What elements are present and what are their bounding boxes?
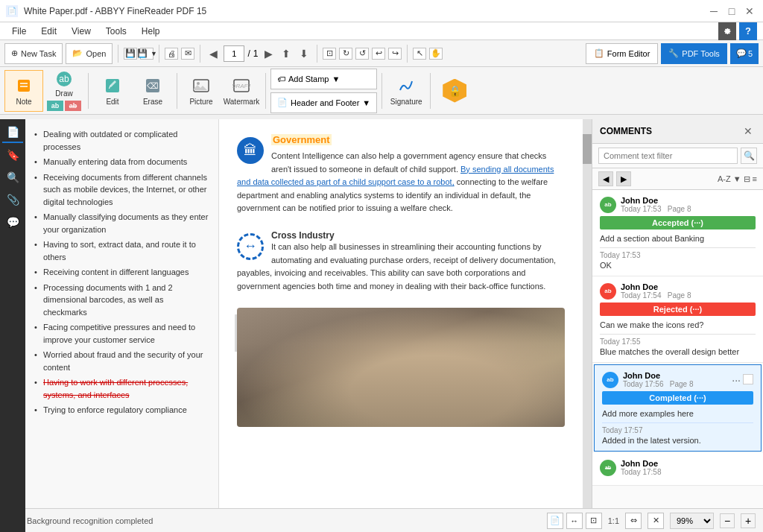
- page-number-input[interactable]: [224, 45, 244, 62]
- new-task-icon: ⊕: [11, 48, 18, 58]
- header-footer-dropdown-icon: ▼: [362, 98, 370, 107]
- add-stamp-button[interactable]: 🏷 Add Stamp ▼: [270, 69, 377, 89]
- picture-label: Picture: [189, 98, 212, 106]
- erase-icon: ⌫: [142, 75, 163, 96]
- comment-avatar: ab: [600, 197, 616, 213]
- sync-scroll-button[interactable]: ⇔: [625, 513, 642, 529]
- first-page-button[interactable]: ⬆: [279, 46, 294, 61]
- save-button[interactable]: 💾: [124, 48, 137, 60]
- next-page-button[interactable]: ▶: [261, 46, 276, 61]
- notifications-button[interactable]: 💬 5: [730, 43, 759, 64]
- help-button[interactable]: ?: [739, 22, 757, 40]
- comment-checkbox[interactable]: [743, 374, 753, 384]
- toolbar1: ⊕ New Task 📂 Open 💾 💾▼ 🖨 ✉ ◀ / 1 ▶ ⬆ ⬇ ⊡…: [0, 40, 763, 67]
- comment-avatar2: ab: [600, 283, 616, 300]
- zoom-out-button[interactable]: −: [720, 513, 735, 528]
- comments-close-button[interactable]: ✕: [741, 124, 756, 139]
- tool-signature[interactable]: Signature: [387, 70, 425, 112]
- menu-file[interactable]: File: [6, 25, 32, 38]
- comments-panel: COMMENTS ✕ 🔍 ◀ ▶ A-Z ▼ ⊟ ≡ ab John: [592, 119, 763, 508]
- page-navigation: ◀ / 1 ▶ ⬆ ⬇: [206, 45, 311, 62]
- tool-draw[interactable]: ab Draw ab ab: [45, 70, 83, 112]
- toolbar2: Note ab Draw ab ab Edit ⌫ Erase Pi: [0, 67, 763, 115]
- comments-prev-button[interactable]: ◀: [598, 171, 613, 186]
- save-as-button[interactable]: 💾▼: [140, 48, 153, 60]
- reply-meta: Today 17:53: [600, 251, 756, 259]
- tool-erase[interactable]: ⌫ Erase: [133, 70, 172, 112]
- picture-icon: [191, 75, 212, 96]
- menu-edit[interactable]: Edit: [35, 25, 63, 38]
- comments-filter-bar: 🔍: [592, 144, 763, 168]
- completed-badge: Completed (···): [602, 391, 753, 405]
- sort-dropdown-button[interactable]: ▼: [733, 174, 741, 183]
- tool-edit[interactable]: Edit: [93, 70, 132, 112]
- comments-nav: ◀ ▶ A-Z ▼ ⊟ ≡: [592, 168, 763, 190]
- menu-help[interactable]: Help: [136, 25, 166, 38]
- comment-meta: Today 17:53 Page 8: [621, 205, 691, 213]
- comment-meta4: Today 17:58: [621, 468, 662, 476]
- sidebar-list: Dealing with outdated or complicated pro…: [34, 127, 209, 418]
- tool-protect[interactable]: 🔒: [435, 70, 474, 112]
- email-button[interactable]: ✉: [181, 48, 194, 60]
- sidebar-item-bookmarks[interactable]: 🔖: [2, 145, 23, 165]
- maximize-button[interactable]: □: [724, 4, 739, 19]
- status-right: 📄 ↔ ⊡ 1:1 ⇔ ✕ 99% 100% 75% 50% − +: [547, 513, 756, 529]
- list-item: Having to sort, extract data, and route …: [34, 237, 209, 265]
- settings-button[interactable]: [718, 22, 736, 40]
- fit-width-button[interactable]: ↔: [566, 513, 583, 529]
- comments-search-button[interactable]: 🔍: [741, 148, 757, 164]
- rotate-cw-button[interactable]: ↻: [339, 48, 352, 60]
- redo-button[interactable]: ↪: [388, 48, 402, 60]
- form-editor-button[interactable]: 📋 Form Editor: [586, 43, 658, 64]
- last-page-button[interactable]: ⬇: [297, 46, 311, 61]
- edit-icon: [102, 75, 123, 96]
- tool-picture[interactable]: Picture: [182, 70, 221, 112]
- content-scrollbar[interactable]: [583, 119, 592, 508]
- comment-author-name2: John Doe: [621, 282, 691, 291]
- close-button[interactable]: ✕: [742, 4, 757, 19]
- comments-next-button[interactable]: ▶: [616, 171, 631, 186]
- page-size-controls: 📄 ↔ ⊡: [547, 513, 602, 529]
- menu-tools[interactable]: Tools: [100, 25, 133, 38]
- sidebar-item-search[interactable]: 🔍: [2, 167, 23, 188]
- hand-button[interactable]: ✋: [429, 48, 443, 60]
- fit-selection-button[interactable]: ⊡: [586, 513, 602, 529]
- menu-view[interactable]: View: [66, 25, 97, 38]
- print-button[interactable]: 🖨: [165, 48, 178, 60]
- new-task-button[interactable]: ⊕ New Task: [4, 43, 63, 64]
- sidebar-item-pages[interactable]: 📄: [2, 122, 23, 143]
- government-link[interactable]: By sending all documents and data collec…: [237, 165, 554, 187]
- list-item: Processing documents with 1 and 2 dimens…: [34, 280, 209, 320]
- sidebar-item-attachments[interactable]: 📎: [2, 189, 23, 210]
- note-label: Note: [16, 98, 31, 106]
- prev-page-button[interactable]: ◀: [206, 46, 221, 61]
- comments-filter-input[interactable]: [598, 148, 738, 164]
- svg-text:ab: ab: [59, 74, 69, 84]
- select-button[interactable]: ⊡: [323, 48, 336, 60]
- rotate-ccw-button[interactable]: ↺: [355, 48, 369, 60]
- collapse-button[interactable]: ≡: [753, 174, 757, 183]
- fit-page-button[interactable]: 📄: [547, 513, 563, 529]
- more-options-button[interactable]: ···: [732, 374, 741, 386]
- open-icon: 📂: [72, 48, 83, 58]
- filter-button[interactable]: ⊟: [744, 174, 750, 184]
- comment-reply: Today 17:53 OK: [600, 247, 756, 270]
- sidebar-item-comments[interactable]: 💬: [2, 212, 23, 232]
- tool-note[interactable]: Note: [4, 70, 43, 112]
- undo-button[interactable]: ↩: [372, 48, 385, 60]
- comment-author-row2: ab John Doe Today 17:54 Page 8: [600, 282, 756, 300]
- open-button[interactable]: 📂 Open: [66, 43, 113, 64]
- header-footer-button[interactable]: 📄 Header and Footer ▼: [270, 92, 377, 113]
- toolbar-separator2: [159, 45, 159, 63]
- zoom-select[interactable]: 99% 100% 75% 50%: [670, 513, 714, 529]
- comment-author-row: ab John Doe Today 17:53 Page 8: [600, 196, 756, 213]
- zoom-in-button[interactable]: +: [741, 513, 756, 528]
- pdf-tools-button[interactable]: 🔧 PDF Tools: [661, 43, 727, 64]
- content-panel: Dealing with outdated or complicated pro…: [25, 119, 592, 508]
- minimize-button[interactable]: ─: [706, 4, 721, 19]
- tool-watermark[interactable]: DRAFT Watermark: [222, 70, 261, 112]
- split-view-button[interactable]: ✕: [648, 513, 664, 529]
- scrollbar-thumb[interactable]: [583, 134, 592, 164]
- government-heading: Government: [271, 134, 332, 145]
- cursor-button[interactable]: ↖: [413, 48, 426, 60]
